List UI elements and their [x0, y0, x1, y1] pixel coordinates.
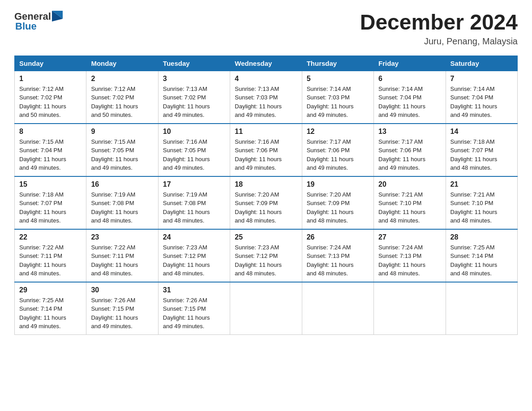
day-number: 15: [19, 180, 82, 188]
day-number: 9: [91, 128, 153, 136]
calendar-cell: 24Sunrise: 7:23 AMSunset: 7:12 PMDayligh…: [158, 229, 230, 282]
page-header: General Blue December 2024 Juru, Penang,…: [14, 11, 518, 47]
day-number: 11: [235, 128, 297, 136]
day-info: Sunrise: 7:25 AMSunset: 7:14 PMDaylight:…: [19, 296, 82, 331]
day-info: Sunrise: 7:26 AMSunset: 7:15 PMDaylight:…: [91, 296, 153, 331]
day-info: Sunrise: 7:19 AMSunset: 7:08 PMDaylight:…: [163, 190, 225, 225]
calendar-cell: 13Sunrise: 7:17 AMSunset: 7:06 PMDayligh…: [374, 124, 446, 176]
calendar-cell: 30Sunrise: 7:26 AMSunset: 7:15 PMDayligh…: [86, 282, 158, 335]
day-info: Sunrise: 7:17 AMSunset: 7:06 PMDaylight:…: [307, 137, 369, 172]
day-number: 31: [163, 286, 225, 294]
calendar-cell: 2Sunrise: 7:12 AMSunset: 7:02 PMDaylight…: [86, 71, 158, 124]
weekday-header: Tuesday: [158, 56, 230, 71]
day-info: Sunrise: 7:26 AMSunset: 7:15 PMDaylight:…: [163, 296, 225, 331]
calendar-cell: 4Sunrise: 7:13 AMSunset: 7:03 PMDaylight…: [230, 71, 302, 124]
day-info: Sunrise: 7:18 AMSunset: 7:07 PMDaylight:…: [19, 190, 82, 225]
calendar-cell: 5Sunrise: 7:14 AMSunset: 7:03 PMDaylight…: [302, 71, 373, 124]
day-number: 5: [307, 75, 369, 83]
day-number: 28: [450, 233, 513, 241]
weekday-header: Sunday: [15, 56, 86, 71]
day-number: 7: [450, 75, 513, 83]
day-number: 30: [91, 286, 153, 294]
weekday-header: Saturday: [446, 56, 517, 71]
day-info: Sunrise: 7:18 AMSunset: 7:07 PMDaylight:…: [450, 137, 513, 172]
calendar-cell: 1Sunrise: 7:12 AMSunset: 7:02 PMDaylight…: [15, 71, 86, 124]
calendar-cell: [230, 282, 302, 335]
calendar-subtitle: Juru, Penang, Malaysia: [360, 36, 518, 47]
day-number: 3: [163, 75, 225, 83]
calendar-cell: 27Sunrise: 7:24 AMSunset: 7:13 PMDayligh…: [374, 229, 446, 282]
day-number: 17: [163, 180, 225, 188]
day-number: 18: [235, 180, 297, 188]
day-info: Sunrise: 7:15 AMSunset: 7:05 PMDaylight:…: [91, 137, 153, 172]
day-info: Sunrise: 7:23 AMSunset: 7:12 PMDaylight:…: [235, 243, 297, 278]
day-number: 1: [19, 75, 82, 83]
weekday-header: Friday: [374, 56, 446, 71]
day-info: Sunrise: 7:24 AMSunset: 7:13 PMDaylight:…: [378, 243, 441, 278]
day-info: Sunrise: 7:14 AMSunset: 7:04 PMDaylight:…: [378, 85, 441, 120]
day-info: Sunrise: 7:24 AMSunset: 7:13 PMDaylight:…: [307, 243, 369, 278]
day-info: Sunrise: 7:19 AMSunset: 7:08 PMDaylight:…: [91, 190, 153, 225]
day-info: Sunrise: 7:14 AMSunset: 7:03 PMDaylight:…: [307, 85, 369, 120]
day-info: Sunrise: 7:15 AMSunset: 7:04 PMDaylight:…: [19, 137, 82, 172]
day-number: 14: [450, 128, 513, 136]
calendar-cell: 3Sunrise: 7:13 AMSunset: 7:02 PMDaylight…: [158, 71, 230, 124]
calendar-cell: 22Sunrise: 7:22 AMSunset: 7:11 PMDayligh…: [15, 229, 86, 282]
weekday-header: Thursday: [302, 56, 373, 71]
day-number: 26: [307, 233, 369, 241]
calendar-cell: 11Sunrise: 7:16 AMSunset: 7:06 PMDayligh…: [230, 124, 302, 176]
day-info: Sunrise: 7:23 AMSunset: 7:12 PMDaylight:…: [163, 243, 225, 278]
day-info: Sunrise: 7:20 AMSunset: 7:09 PMDaylight:…: [307, 190, 369, 225]
day-info: Sunrise: 7:22 AMSunset: 7:11 PMDaylight:…: [91, 243, 153, 278]
calendar-cell: 28Sunrise: 7:25 AMSunset: 7:14 PMDayligh…: [446, 229, 517, 282]
day-number: 21: [450, 180, 513, 188]
day-info: Sunrise: 7:14 AMSunset: 7:04 PMDaylight:…: [450, 85, 513, 120]
calendar-cell: 18Sunrise: 7:20 AMSunset: 7:09 PMDayligh…: [230, 176, 302, 229]
day-number: 27: [378, 233, 441, 241]
day-info: Sunrise: 7:16 AMSunset: 7:05 PMDaylight:…: [163, 137, 225, 172]
calendar-table: SundayMondayTuesdayWednesdayThursdayFrid…: [14, 56, 518, 335]
day-number: 12: [307, 128, 369, 136]
calendar-cell: 15Sunrise: 7:18 AMSunset: 7:07 PMDayligh…: [15, 176, 86, 229]
day-info: Sunrise: 7:21 AMSunset: 7:10 PMDaylight:…: [378, 190, 441, 225]
weekday-header: Wednesday: [230, 56, 302, 71]
day-info: Sunrise: 7:21 AMSunset: 7:10 PMDaylight:…: [450, 190, 513, 225]
calendar-cell: 20Sunrise: 7:21 AMSunset: 7:10 PMDayligh…: [374, 176, 446, 229]
calendar-cell: 23Sunrise: 7:22 AMSunset: 7:11 PMDayligh…: [86, 229, 158, 282]
day-number: 16: [91, 180, 153, 188]
day-info: Sunrise: 7:13 AMSunset: 7:03 PMDaylight:…: [235, 85, 297, 120]
calendar-cell: 25Sunrise: 7:23 AMSunset: 7:12 PMDayligh…: [230, 229, 302, 282]
day-number: 6: [378, 75, 441, 83]
title-block: December 2024 Juru, Penang, Malaysia: [360, 11, 518, 47]
day-number: 4: [235, 75, 297, 83]
calendar-cell: 21Sunrise: 7:21 AMSunset: 7:10 PMDayligh…: [446, 176, 517, 229]
day-info: Sunrise: 7:25 AMSunset: 7:14 PMDaylight:…: [450, 243, 513, 278]
day-number: 8: [19, 128, 82, 136]
day-number: 24: [163, 233, 225, 241]
calendar-cell: 31Sunrise: 7:26 AMSunset: 7:15 PMDayligh…: [158, 282, 230, 335]
day-number: 13: [378, 128, 441, 136]
calendar-cell: 16Sunrise: 7:19 AMSunset: 7:08 PMDayligh…: [86, 176, 158, 229]
day-number: 2: [91, 75, 153, 83]
calendar-cell: 19Sunrise: 7:20 AMSunset: 7:09 PMDayligh…: [302, 176, 373, 229]
calendar-cell: 7Sunrise: 7:14 AMSunset: 7:04 PMDaylight…: [446, 71, 517, 124]
day-number: 25: [235, 233, 297, 241]
day-number: 10: [163, 128, 225, 136]
calendar-cell: 9Sunrise: 7:15 AMSunset: 7:05 PMDaylight…: [86, 124, 158, 176]
day-info: Sunrise: 7:22 AMSunset: 7:11 PMDaylight:…: [19, 243, 82, 278]
day-info: Sunrise: 7:17 AMSunset: 7:06 PMDaylight:…: [378, 137, 441, 172]
day-info: Sunrise: 7:13 AMSunset: 7:02 PMDaylight:…: [163, 85, 225, 120]
day-number: 29: [19, 286, 82, 294]
logo-blue-text: Blue: [15, 21, 37, 32]
calendar-cell: 6Sunrise: 7:14 AMSunset: 7:04 PMDaylight…: [374, 71, 446, 124]
calendar-cell: 26Sunrise: 7:24 AMSunset: 7:13 PMDayligh…: [302, 229, 373, 282]
calendar-cell: 10Sunrise: 7:16 AMSunset: 7:05 PMDayligh…: [158, 124, 230, 176]
calendar-cell: 17Sunrise: 7:19 AMSunset: 7:08 PMDayligh…: [158, 176, 230, 229]
day-info: Sunrise: 7:12 AMSunset: 7:02 PMDaylight:…: [91, 85, 153, 120]
day-number: 20: [378, 180, 441, 188]
calendar-cell: 8Sunrise: 7:15 AMSunset: 7:04 PMDaylight…: [15, 124, 86, 176]
day-info: Sunrise: 7:12 AMSunset: 7:02 PMDaylight:…: [19, 85, 82, 120]
calendar-cell: [302, 282, 373, 335]
logo: General Blue: [14, 11, 63, 32]
calendar-title: December 2024: [360, 11, 518, 34]
